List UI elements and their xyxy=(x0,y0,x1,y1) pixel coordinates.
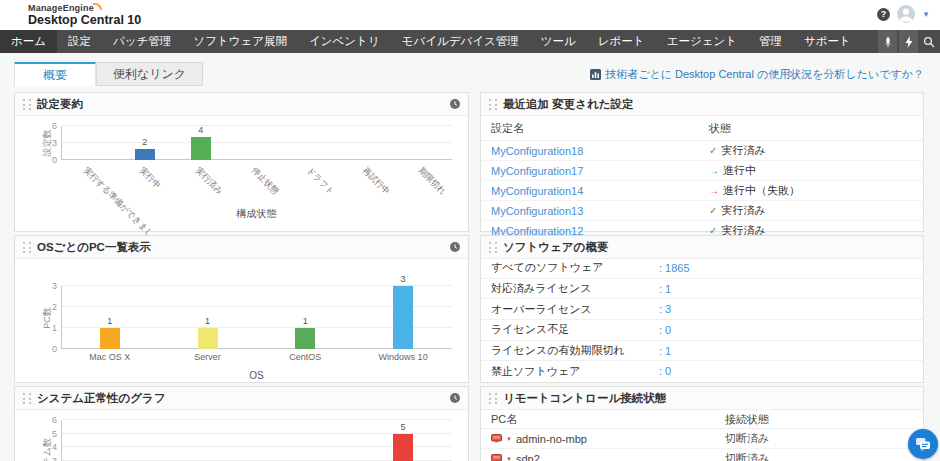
status-text: 実行済み xyxy=(721,204,765,216)
config-link[interactable]: MyConfiguration13 xyxy=(491,205,583,217)
clock-icon[interactable] xyxy=(450,393,460,403)
user-menu-caret-icon[interactable]: ▼ xyxy=(922,10,930,19)
pc-name[interactable]: admin-no-mbp xyxy=(516,433,587,445)
column-config-name: 設定名 xyxy=(491,121,709,136)
category-slot xyxy=(340,126,396,160)
user-avatar[interactable] xyxy=(897,5,915,23)
status-text: 進行中（失敗） xyxy=(723,184,800,196)
software-metric-label: すべてのソフトウェア xyxy=(491,260,659,275)
nav-item-support[interactable]: サポート xyxy=(793,30,862,53)
help-icon[interactable]: ? xyxy=(877,8,890,21)
tab-useful-links[interactable]: 便利なリンク xyxy=(96,62,203,86)
bar-Windows 10[interactable] xyxy=(393,286,413,349)
category-slot xyxy=(257,420,355,461)
software-metric-value[interactable]: : 1 xyxy=(659,283,671,295)
category-slot xyxy=(284,126,340,160)
bar-Mac OS X[interactable] xyxy=(100,328,120,349)
panel-title: OSごとのPC一覧表示 xyxy=(37,240,151,255)
bar-実行済み[interactable] xyxy=(191,137,211,160)
search-button[interactable] xyxy=(918,30,940,53)
software-metric-label: 対応済みライセンス xyxy=(491,281,659,296)
bar-value-label: 1 xyxy=(159,316,257,326)
analyze-usage-link[interactable]: 技術者ごとに Desktop Central の使用状況を分析したいですか？ xyxy=(590,67,924,82)
status-check-icon: ✓ xyxy=(709,205,717,216)
logo-swoosh-icon xyxy=(93,3,102,10)
column-connection-status: 接続状態 xyxy=(725,412,769,427)
x-category-label: 実行済み xyxy=(192,165,225,198)
config-row: MyConfiguration14→進行中（失敗） xyxy=(481,181,923,201)
pc-caret-icon[interactable]: ▼ xyxy=(506,436,512,442)
rocket-icon xyxy=(882,36,894,48)
nav-item-tools[interactable]: ツール xyxy=(530,30,587,53)
x-axis-title: OS xyxy=(61,370,452,381)
panel-title: システム正常性のグラフ xyxy=(37,391,166,406)
nav-item-patch-management[interactable]: パッチ管理 xyxy=(102,30,182,53)
software-summary-row: ライセンスの有効期限切れ: 1 xyxy=(481,341,923,362)
nav-item-inventory[interactable]: インベントリ xyxy=(298,30,391,53)
x-category-label: Server xyxy=(159,352,257,362)
person-icon xyxy=(897,5,915,23)
drag-handle-icon[interactable] xyxy=(489,99,497,110)
software-metric-value[interactable]: : 0 xyxy=(659,365,671,377)
nav-item-software-deployment[interactable]: ソフトウェア展開 xyxy=(182,30,298,53)
software-metric-value[interactable]: : 0 xyxy=(659,324,671,336)
category-slot: 1 xyxy=(159,286,257,349)
whats-new-rocket-button[interactable] xyxy=(878,30,897,53)
drag-handle-icon[interactable] xyxy=(489,393,497,404)
drag-handle-icon[interactable] xyxy=(23,99,31,110)
drag-handle-icon[interactable] xyxy=(23,393,31,404)
config-link[interactable]: MyConfiguration14 xyxy=(491,185,583,197)
software-summary-row: ライセンス不足: 0 xyxy=(481,320,923,341)
config-link[interactable]: MyConfiguration18 xyxy=(491,145,583,157)
category-slot: 3 xyxy=(354,286,452,349)
pc-name[interactable]: sdp2 xyxy=(516,453,540,461)
panel-title: 設定要約 xyxy=(37,97,83,112)
software-metric-value[interactable]: : 1865 xyxy=(659,262,690,274)
live-chat-button[interactable] xyxy=(908,429,938,459)
x-category-label: ドラフト xyxy=(304,165,337,198)
drag-handle-icon[interactable] xyxy=(489,242,497,253)
x-category-label: 実行中 xyxy=(136,165,163,192)
status-arrow-icon: → xyxy=(709,165,719,176)
analyze-usage-link-text: 技術者ごとに Desktop Central の使用状況を分析したいですか？ xyxy=(605,67,924,82)
status-text: 実行済み xyxy=(721,144,765,156)
nav-item-admin[interactable]: 管理 xyxy=(748,30,793,53)
panel-title: リモートコントロール接続状態 xyxy=(503,391,666,406)
panel-title: 最近追加 変更された設定 xyxy=(503,97,634,112)
bar-実行中[interactable] xyxy=(135,149,155,160)
nav-item-agent[interactable]: エージェント xyxy=(656,30,748,53)
status-text: 進行中 xyxy=(723,164,756,176)
config-link[interactable]: MyConfiguration17 xyxy=(491,165,583,177)
drag-handle-icon[interactable] xyxy=(23,242,31,253)
x-axis-title: 構成状態 xyxy=(61,207,452,221)
bar-value-label: 4 xyxy=(173,125,229,135)
software-metric-value[interactable]: : 3 xyxy=(659,303,671,315)
nav-item-reports[interactable]: レポート xyxy=(587,30,656,53)
pc-caret-icon[interactable]: ▼ xyxy=(506,456,512,461)
remote-pc-row: ▼admin-no-mbp切断済み xyxy=(481,429,923,449)
search-icon xyxy=(923,36,935,48)
bar-Server[interactable] xyxy=(198,328,218,349)
clock-icon[interactable] xyxy=(450,242,460,252)
product-title: Desktop Central 10 xyxy=(28,13,141,27)
nav-item-mobile-device-management[interactable]: モバイルデバイス管理 xyxy=(391,30,530,53)
x-category-label: CentOS xyxy=(257,352,355,362)
quick-actions-button[interactable] xyxy=(899,30,918,53)
bar-CentOS[interactable] xyxy=(295,328,315,349)
computer-icon xyxy=(491,454,502,461)
software-metric-value[interactable]: : 1 xyxy=(659,345,671,357)
software-summary-row: オーバーライセンス: 3 xyxy=(481,299,923,320)
manageengine-logo[interactable]: ManageEngine Desktop Central 10 xyxy=(28,3,141,27)
software-metric-label: オーバーライセンス xyxy=(491,302,659,317)
config-summary-chart: 03624実行する準備ができました実行中実行済み停止状態ドラフト再試行中期限切れ… xyxy=(15,115,468,231)
software-summary-row: 対応済みライセンス: 1 xyxy=(481,279,923,300)
bar-value[interactable] xyxy=(393,434,413,461)
table-header: PC名 接続状態 xyxy=(481,410,923,429)
y-axis-title: PC数 xyxy=(41,307,54,329)
computer-icon xyxy=(491,434,502,443)
nav-item-home[interactable]: ホーム xyxy=(0,30,57,53)
tab-overview[interactable]: 概要 xyxy=(14,62,96,86)
nav-item-settings[interactable]: 設定 xyxy=(57,30,102,53)
category-slot xyxy=(229,126,285,160)
clock-icon[interactable] xyxy=(450,99,460,109)
